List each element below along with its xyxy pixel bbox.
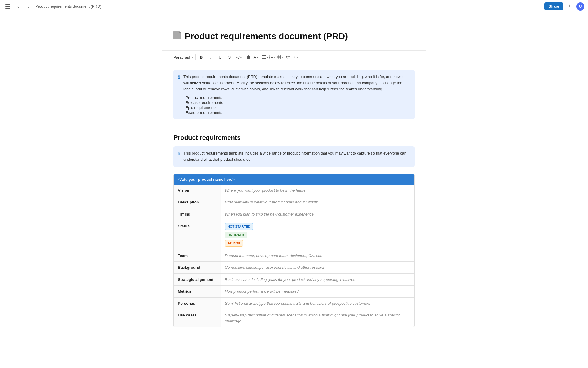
table-row: Status NOT STARTED ON TRACK AT RISK bbox=[174, 220, 414, 250]
document-icon bbox=[173, 31, 181, 42]
info-list: Product requirements Release requirement… bbox=[183, 95, 410, 115]
use-cases-value[interactable]: Step-by-step description of different sc… bbox=[221, 309, 414, 327]
svg-rect-5 bbox=[262, 57, 265, 57]
product-table: <Add your product name here> Vision Wher… bbox=[173, 174, 415, 327]
metrics-label: Metrics bbox=[174, 286, 221, 297]
team-value[interactable]: Product manager, development team, desig… bbox=[221, 250, 414, 262]
paragraph-label: Paragraph bbox=[173, 55, 191, 59]
team-label: Team bbox=[174, 250, 221, 262]
personas-label: Personas bbox=[174, 298, 221, 309]
svg-rect-0 bbox=[5, 4, 10, 5]
top-nav: ‹ › Product requirements document (PRD) … bbox=[0, 0, 588, 13]
align-dropdown[interactable]: ▾ bbox=[262, 55, 268, 59]
section-info-box: ℹ This product requirements template inc… bbox=[173, 146, 415, 167]
add-dropdown[interactable]: + ▾ bbox=[293, 55, 298, 59]
info-icon: ℹ bbox=[178, 74, 180, 115]
table-row: Use cases Step-by-step description of di… bbox=[174, 309, 414, 327]
svg-rect-1 bbox=[5, 6, 10, 7]
page-title-row: Product requirements document (PRD) bbox=[162, 25, 426, 50]
svg-point-3 bbox=[247, 55, 250, 59]
table-row: Vision Where you want your product to be… bbox=[174, 185, 414, 197]
table-dropdown[interactable]: ▾ bbox=[277, 55, 283, 59]
nav-right: Share + U bbox=[544, 2, 584, 11]
editor-toolbar: Paragraph ▾ B I U S </> A ▾ ▾ bbox=[162, 50, 426, 64]
table-header[interactable]: <Add your product name here> bbox=[174, 174, 414, 185]
svg-rect-12 bbox=[271, 59, 273, 59]
table-row: Timing When you plan to ship the new cus… bbox=[174, 208, 414, 221]
breadcrumb: Product requirements document (PRD) bbox=[35, 4, 101, 9]
use-cases-label: Use cases bbox=[174, 309, 221, 327]
chevron-down-icon: ▾ bbox=[296, 56, 298, 59]
description-label: Description bbox=[174, 196, 221, 208]
link-button[interactable] bbox=[284, 53, 292, 61]
table-row: Metrics How product performance will be … bbox=[174, 286, 414, 298]
table-row: Strategic alignment Business case, inclu… bbox=[174, 274, 414, 286]
chevron-down-icon: ▾ bbox=[267, 56, 268, 59]
info-icon-2: ℹ bbox=[178, 151, 180, 163]
svg-rect-6 bbox=[262, 58, 266, 59]
metrics-value[interactable]: How product performance will be measured bbox=[221, 286, 414, 297]
svg-rect-2 bbox=[5, 8, 10, 9]
table-row: Team Product manager, development team, … bbox=[174, 250, 414, 262]
at-risk-badge[interactable]: AT RISK bbox=[225, 240, 243, 247]
not-started-badge[interactable]: NOT STARTED bbox=[225, 223, 253, 230]
svg-point-7 bbox=[269, 55, 270, 57]
background-value[interactable]: Competitive landscape, user interviews, … bbox=[221, 262, 414, 273]
info-text: This product requirements document (PRD)… bbox=[183, 74, 410, 92]
table-row: Personas Semi-fictional archetype that r… bbox=[174, 298, 414, 310]
paragraph-dropdown[interactable]: Paragraph ▾ bbox=[173, 55, 193, 59]
chevron-down-icon: ▾ bbox=[257, 56, 258, 59]
avatar[interactable]: U bbox=[576, 2, 584, 11]
italic-button[interactable]: I bbox=[207, 53, 215, 61]
on-track-badge[interactable]: ON TRACK bbox=[225, 232, 247, 238]
share-button[interactable]: Share bbox=[544, 2, 563, 10]
toolbar-divider-1 bbox=[195, 54, 196, 60]
timing-label: Timing bbox=[174, 208, 221, 220]
page-title: Product requirements document (PRD) bbox=[185, 31, 348, 41]
svg-point-9 bbox=[269, 57, 270, 58]
svg-rect-8 bbox=[271, 56, 273, 56]
code-button[interactable]: </> bbox=[235, 53, 243, 61]
description-value[interactable]: Brief overview of what your product does… bbox=[221, 196, 414, 208]
nav-back-button[interactable]: ‹ bbox=[14, 2, 22, 11]
bold-button[interactable]: B bbox=[197, 53, 206, 61]
nav-forward-button[interactable]: › bbox=[25, 2, 33, 11]
strategic-alignment-value[interactable]: Business case, including goals for your … bbox=[221, 274, 414, 286]
sidebar-toggle-button[interactable] bbox=[4, 2, 12, 11]
main-content: Product requirements document (PRD) Para… bbox=[162, 13, 426, 351]
add-button[interactable]: + bbox=[566, 2, 574, 11]
underline-button[interactable]: U bbox=[216, 53, 224, 61]
status-cell[interactable]: NOT STARTED ON TRACK AT RISK bbox=[221, 220, 414, 250]
nav-left: ‹ › Product requirements document (PRD) bbox=[4, 2, 101, 11]
table-row: Description Brief overview of what your … bbox=[174, 196, 414, 208]
info-content: This product requirements document (PRD)… bbox=[183, 74, 410, 115]
list-item: Epic requirements bbox=[183, 105, 410, 110]
svg-rect-10 bbox=[271, 57, 273, 58]
svg-rect-4 bbox=[262, 55, 266, 56]
add-label: + bbox=[293, 55, 296, 59]
list-item: Product requirements bbox=[183, 95, 410, 100]
status-label: Status bbox=[174, 220, 221, 250]
strikethrough-button[interactable]: S bbox=[225, 53, 234, 61]
chevron-down-icon: ▾ bbox=[274, 56, 275, 59]
font-color-dropdown[interactable]: A ▾ bbox=[254, 55, 258, 59]
strategic-alignment-label: Strategic alignment bbox=[174, 274, 221, 286]
chevron-down-icon: ▾ bbox=[281, 56, 283, 59]
vision-label: Vision bbox=[174, 185, 221, 196]
svg-point-11 bbox=[269, 58, 270, 59]
toolbar-divider-2 bbox=[260, 54, 260, 60]
intro-info-box: ℹ This product requirements document (PR… bbox=[173, 70, 415, 119]
chevron-down-icon: ▾ bbox=[192, 56, 193, 59]
highlight-button[interactable] bbox=[244, 53, 253, 61]
table-row: Background Competitive landscape, user i… bbox=[174, 262, 414, 274]
background-label: Background bbox=[174, 262, 221, 273]
list-item: Feature requirements bbox=[183, 110, 410, 115]
personas-value[interactable]: Semi-fictional archetype that represents… bbox=[221, 298, 414, 309]
vision-value[interactable]: Where you want your product to be in the… bbox=[221, 185, 414, 196]
list-dropdown[interactable]: ▾ bbox=[269, 55, 275, 59]
product-requirements-heading: Product requirements bbox=[162, 125, 426, 146]
timing-value[interactable]: When you plan to ship the new customer e… bbox=[221, 208, 414, 220]
list-item: Release requirements bbox=[183, 100, 410, 105]
section-info-text: This product requirements template inclu… bbox=[183, 150, 410, 163]
font-color-label: A bbox=[254, 55, 256, 59]
